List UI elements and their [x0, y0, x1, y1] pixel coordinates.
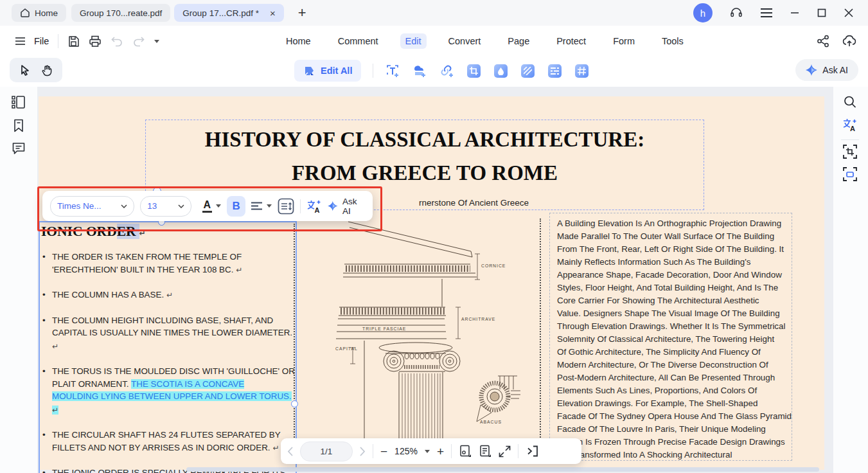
menu-comment[interactable]: Comment	[333, 33, 384, 49]
drawing-label-abacus: ABACUS	[480, 420, 502, 424]
tab-document-1-label: Group 170...reate.pdf	[80, 8, 162, 18]
maximize-icon[interactable]	[817, 8, 827, 18]
close-window-icon[interactable]	[844, 8, 854, 18]
menu-home[interactable]: Home	[281, 33, 316, 49]
file-menu-icon[interactable]	[15, 37, 25, 45]
file-menu-label[interactable]: File	[34, 36, 49, 46]
thumbnails-panel-button[interactable]	[12, 96, 26, 109]
menu-convert[interactable]: Convert	[443, 33, 486, 49]
tab-close-icon[interactable]: ×	[270, 8, 276, 19]
font-color-button[interactable]: A	[202, 200, 221, 213]
save-icon[interactable]	[67, 35, 80, 48]
select-cursor-icon[interactable]	[19, 64, 31, 76]
tab-document-2-active[interactable]: Group 17...CR.pdf * ×	[174, 4, 283, 22]
history-dropdown-caret[interactable]	[154, 40, 159, 43]
alignment-button[interactable]	[251, 202, 272, 211]
hide-toolbar-button[interactable]	[526, 445, 538, 457]
font-size-value: 13	[147, 201, 157, 211]
thumbnails-icon	[12, 96, 26, 109]
window-tab-bar: Home Group 170...reate.pdf Group 17...CR…	[0, 0, 868, 26]
screen-capture-button[interactable]	[843, 167, 857, 181]
translate-button[interactable]: A	[306, 199, 322, 213]
crop-capture-button[interactable]	[843, 145, 857, 159]
print-icon[interactable]	[89, 35, 102, 48]
ask-ai-button[interactable]: Ask AI	[795, 59, 858, 81]
undo-icon[interactable]	[111, 35, 123, 47]
edit-toolbar: Edit All	[0, 57, 868, 87]
align-left-icon	[251, 202, 263, 211]
page-view-button[interactable]	[459, 445, 472, 458]
search-panel-button[interactable]	[844, 95, 857, 109]
watermark-button[interactable]	[493, 63, 508, 78]
document-canvas: HISTORY OF CLASSICAL ARCHITECTURE: FROM …	[37, 87, 833, 473]
hamburger-menu-icon[interactable]	[760, 8, 773, 18]
bookmarks-panel-button[interactable]	[13, 119, 25, 132]
add-image-button[interactable]	[412, 63, 427, 78]
comments-panel-button[interactable]	[12, 142, 26, 155]
new-tab-button[interactable]: +	[298, 6, 306, 20]
ionic-order-drawing[interactable]: CORNICE ARCHITRAVE TRIPLE FASCIAE CAPITA…	[296, 217, 543, 443]
comment-icon	[12, 142, 26, 155]
share-icon[interactable]	[817, 35, 829, 48]
next-page-icon[interactable]	[360, 447, 366, 456]
alignment-caret[interactable]	[267, 204, 272, 208]
watermark-drop-icon	[497, 67, 504, 75]
zoom-in-button[interactable]: +	[437, 445, 444, 458]
edit-all-button[interactable]: Edit All	[294, 60, 361, 82]
support-headset-icon[interactable]	[729, 6, 743, 20]
menu-right-icons	[817, 26, 856, 57]
divider	[58, 34, 58, 48]
font-size-select[interactable]: 13	[140, 196, 191, 217]
bates-numbering-button[interactable]	[547, 63, 562, 78]
elevation-paragraph[interactable]: A Building Elevation Is An Orthographic …	[557, 217, 792, 461]
font-family-value: Times Ne...	[57, 201, 102, 211]
fullscreen-button[interactable]	[499, 445, 511, 458]
translate-panel-button[interactable]: A	[842, 118, 858, 132]
ask-ai-label: Ask AI	[822, 65, 848, 75]
format-ask-ai-button[interactable]: Ask AI	[328, 197, 365, 216]
menu-protect[interactable]: Protect	[551, 33, 591, 49]
zoom-dropdown-caret[interactable]	[425, 450, 430, 453]
add-image-icon	[412, 64, 427, 78]
page-number-indicator[interactable]: 1/1	[300, 442, 353, 461]
divider	[373, 64, 373, 78]
redact-button[interactable]	[520, 63, 535, 78]
selection-handle-right[interactable]	[291, 400, 298, 407]
menu-form[interactable]: Form	[608, 33, 640, 49]
user-avatar[interactable]: h	[693, 3, 713, 22]
minimize-icon[interactable]	[790, 8, 800, 18]
zoom-out-button[interactable]: −	[380, 445, 387, 458]
font-color-caret[interactable]	[216, 204, 221, 208]
tab-document-1[interactable]: Group 170...reate.pdf	[71, 4, 170, 22]
svg-text:A: A	[850, 125, 855, 132]
pdf-page[interactable]: HISTORY OF CLASSICAL ARCHITECTURE: FROM …	[39, 96, 824, 470]
line-spacing-button[interactable]	[278, 198, 294, 215]
menu-edit-active[interactable]: Edit	[400, 33, 427, 49]
bold-button-active[interactable]: B	[227, 196, 246, 217]
add-text-button[interactable]	[385, 63, 400, 78]
translate-icon: A	[306, 199, 322, 213]
divider	[451, 444, 452, 458]
drawing-label-fasciae: TRIPLE FASCIAE	[362, 326, 406, 331]
subtitle-partial-text: rnerstone Of Ancient Greece	[419, 198, 529, 208]
zoom-level-value[interactable]: 125%	[394, 446, 418, 456]
font-family-select[interactable]: Times Ne...	[50, 196, 134, 217]
page-layout-button[interactable]	[479, 445, 492, 458]
add-link-button[interactable]	[439, 63, 454, 78]
pdf-editor-window: Home Group 170...reate.pdf Group 17...CR…	[0, 0, 868, 473]
hash-icon	[578, 67, 586, 75]
horizontal-scrollbar[interactable]	[186, 467, 819, 472]
cloud-upload-icon[interactable]	[842, 35, 856, 48]
redo-icon[interactable]	[132, 35, 145, 47]
pointer-tools	[10, 58, 62, 82]
page-navigation-bar: 1/1 − 125% +	[281, 438, 581, 464]
menu-page[interactable]: Page	[502, 33, 535, 49]
hand-tool-icon[interactable]	[41, 64, 53, 76]
tab-home[interactable]: Home	[12, 4, 66, 22]
header-footer-button[interactable]	[574, 63, 589, 78]
menu-tools[interactable]: Tools	[657, 33, 689, 49]
chevron-down-icon	[178, 204, 184, 208]
text-block-selection-border[interactable]	[39, 221, 297, 473]
previous-page-icon[interactable]	[287, 447, 293, 456]
crop-page-button[interactable]	[466, 63, 481, 78]
